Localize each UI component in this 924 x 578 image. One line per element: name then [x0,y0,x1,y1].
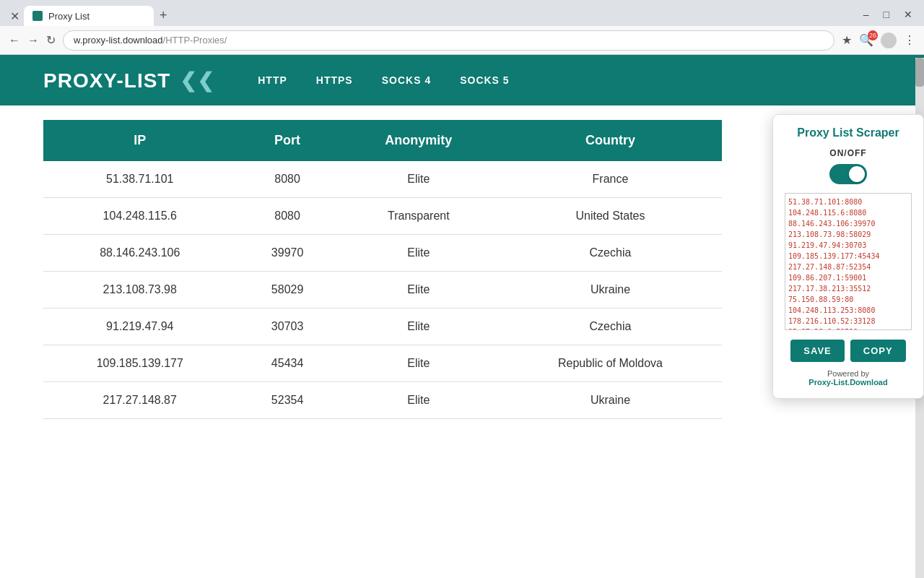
cell-country: Czechia [499,235,722,272]
table-row: 109.185.139.17745434EliteRepublic of Mol… [43,345,722,382]
save-button[interactable]: SAVE [790,340,844,362]
cell-ip: 88.146.243.106 [43,235,237,272]
address-icons: ★ 🔍 26 ⋮ [842,33,915,48]
back-button[interactable]: ← [9,34,20,47]
main-content-area: IP Port Anonymity Country 51.38.71.10180… [0,105,924,578]
tab-bar: ✕ Proxy List + – □ ✕ [0,0,924,26]
logo-arrow: ❮❮ [180,69,214,92]
avatar[interactable] [881,33,897,48]
menu-button[interactable]: ⋮ [904,33,915,47]
url-bar[interactable]: w.proxy-list.download/HTTP-Proxies/ [63,30,834,51]
nav-http[interactable]: HTTP [258,74,287,86]
cell-ip: 109.185.139.177 [43,345,237,382]
scraper-buttons: SAVE COPY [785,340,912,362]
table-row: 104.248.115.68080TransparentUnited State… [43,198,722,235]
proxy-table: IP Port Anonymity Country 51.38.71.10180… [43,120,722,419]
cell-port: 39970 [237,235,339,272]
site-logo: PROXY-LIST ❮❮ [43,69,214,92]
cell-ip: 217.27.148.87 [43,382,237,419]
url-base: w.proxy-list.download [74,35,163,46]
cell-port: 45434 [237,345,339,382]
toggle-label: ON/OFF [785,148,912,158]
cell-ip: 91.219.47.94 [43,309,237,345]
cell-port: 52354 [237,382,339,419]
close-button[interactable]: ✕ [898,6,918,23]
cell-country: Ukraine [499,272,722,309]
powered-by-link[interactable]: Proxy-List.Download [808,378,887,387]
table-row: 213.108.73.9858029EliteUkraine [43,272,722,309]
cell-anonymity: Elite [339,309,499,345]
nav-socks4[interactable]: SOCKS 4 [382,74,431,86]
url-path: /HTTP-Proxies/ [163,35,227,46]
scrollbar-thumb [915,58,924,87]
cell-port: 58029 [237,272,339,309]
address-bar: ← → ↻ w.proxy-list.download/HTTP-Proxies… [0,26,924,55]
cell-anonymity: Elite [339,345,499,382]
table-row: 91.219.47.9430703EliteCzechia [43,309,722,345]
logo-text: PROXY-LIST [43,69,170,92]
badge-count: 26 [868,30,878,40]
copy-button[interactable]: COPY [850,340,906,362]
active-tab[interactable]: Proxy List [24,6,154,26]
close-tab-button[interactable]: ✕ [6,7,24,26]
window-controls: – □ ✕ [858,6,918,26]
table-header-row: IP Port Anonymity Country [43,120,722,161]
scraper-title: Proxy List Scraper [785,126,912,139]
cell-anonymity: Transparent [339,198,499,235]
col-anonymity: Anonymity [339,120,499,161]
bookmark-button[interactable]: ★ [842,33,852,47]
new-tab-button[interactable]: + [154,5,173,26]
toggle-knob [849,166,865,182]
forward-button[interactable]: → [27,34,39,47]
cell-ip: 51.38.71.101 [43,161,237,198]
minimize-button[interactable]: – [858,6,875,23]
table-row: 88.146.243.10639970EliteCzechia [43,235,722,272]
cell-country: Ukraine [499,382,722,419]
cell-anonymity: Elite [339,235,499,272]
nav-https[interactable]: HTTPS [316,74,353,86]
cell-port: 30703 [237,309,339,345]
cell-country: France [499,161,722,198]
col-country: Country [499,120,722,161]
cell-country: United States [499,198,722,235]
cell-anonymity: Elite [339,382,499,419]
powered-by-text: Powered by [827,369,869,378]
table-row: 217.27.148.8752354EliteUkraine [43,382,722,419]
cell-port: 8080 [237,161,339,198]
nav-socks5[interactable]: SOCKS 5 [460,74,509,86]
maximize-button[interactable]: □ [878,6,895,23]
reload-button[interactable]: ↻ [46,33,56,47]
tab-title: Proxy List [48,11,90,22]
extension-button[interactable]: 🔍 26 [859,33,873,47]
cell-anonymity: Elite [339,272,499,309]
table-row: 51.38.71.1018080EliteFrance [43,161,722,198]
site-nav: HTTP HTTPS SOCKS 4 SOCKS 5 [258,74,509,86]
on-off-toggle[interactable] [829,164,867,184]
cell-ip: 104.248.115.6 [43,198,237,235]
cell-ip: 213.108.73.98 [43,272,237,309]
browser-window: ✕ Proxy List + – □ ✕ ← → ↻ w.proxy-list.… [0,0,924,578]
proxy-list-textarea[interactable] [785,193,912,330]
page-content: PROXY-LIST ❮❮ HTTP HTTPS SOCKS 4 SOCKS 5… [0,55,924,578]
cell-country: Republic of Moldova [499,345,722,382]
cell-anonymity: Elite [339,161,499,198]
site-header: PROXY-LIST ❮❮ HTTP HTTPS SOCKS 4 SOCKS 5 [0,55,924,105]
scraper-popup: Proxy List Scraper ON/OFF SAVE COPY Powe… [772,114,924,399]
powered-by: Powered by Proxy-List.Download [785,369,912,387]
col-ip: IP [43,120,237,161]
cell-country: Czechia [499,309,722,345]
cell-port: 8080 [237,198,339,235]
col-port: Port [237,120,339,161]
tab-favicon [32,11,43,21]
toggle-container [785,164,912,184]
